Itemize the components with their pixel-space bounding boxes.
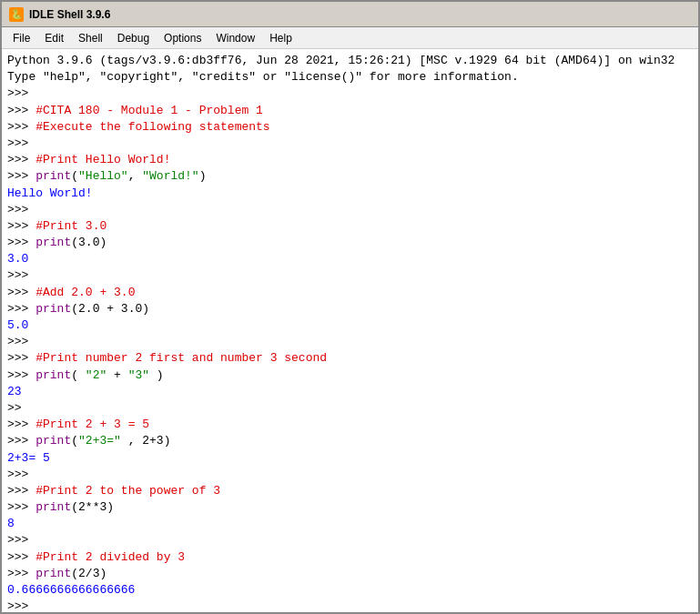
menu-debug[interactable]: Debug	[110, 30, 157, 46]
code-print-hello: >>> print("Hello", "World!")	[7, 168, 693, 185]
comment-print-num: >>> #Print number 2 first and number 3 s…	[7, 350, 693, 367]
prompt-4: >>>	[7, 267, 693, 284]
code-add: >>> print(2.0 + 3.0)	[7, 301, 693, 317]
code-print-sum: >>> print("2+3=" , 2+3)	[7, 433, 693, 449]
prompt-5: >>>	[7, 334, 693, 350]
output-30: 3.0	[7, 251, 693, 267]
comment-execute: >>> #Execute the following statements	[7, 119, 693, 136]
menu-window[interactable]: Window	[208, 30, 262, 46]
comment-add: >>> #Add 2.0 + 3.0	[7, 285, 693, 301]
menu-help[interactable]: Help	[262, 30, 299, 46]
prompt-1: >>>	[7, 86, 693, 102]
prompt-6: >>	[7, 400, 693, 417]
comment-cita: >>> #CITA 180 - Module 1 - Problem 1	[7, 103, 693, 119]
python-help-line: Type "help", "copyright", "credits" or "…	[7, 69, 693, 86]
code-print-num: >>> print( "2" + "3" )	[7, 367, 693, 384]
comment-print-30: >>> #Print 3.0	[7, 218, 693, 235]
menu-edit[interactable]: Edit	[37, 30, 71, 46]
comment-power: >>> #Print 2 to the power of 3	[7, 483, 693, 499]
menu-bar: File Edit Shell Debug Options Window Hel…	[2, 27, 698, 49]
output-power: 8	[7, 516, 693, 532]
code-power: >>> print(2**3)	[7, 499, 693, 516]
code-divide: >>> print(2/3)	[7, 566, 693, 582]
menu-shell[interactable]: Shell	[71, 30, 110, 46]
prompt-7: >>>	[7, 467, 693, 483]
comment-divide: >>> #Print 2 divided by 3	[7, 549, 693, 566]
code-print-30: >>> print(3.0)	[7, 235, 693, 251]
prompt-2: >>>	[7, 136, 693, 152]
menu-file[interactable]: File	[5, 30, 37, 46]
output-sum: 2+3= 5	[7, 450, 693, 467]
idle-window: 🐍 IDLE Shell 3.9.6 File Edit Shell Debug…	[0, 0, 700, 614]
prompt-3: >>>	[7, 202, 693, 218]
comment-print-sum: >>> #Print 2 + 3 = 5	[7, 417, 693, 433]
output-50: 5.0	[7, 317, 693, 334]
window-title: IDLE Shell 3.9.6	[29, 8, 110, 21]
output-divide: 0.6666666666666666	[7, 582, 693, 599]
comment-print-hello: >>> #Print Hello World!	[7, 152, 693, 168]
output-23: 23	[7, 384, 693, 400]
app-icon: 🐍	[9, 7, 24, 22]
menu-options[interactable]: Options	[157, 30, 208, 46]
title-bar: 🐍 IDLE Shell 3.9.6	[2, 2, 698, 27]
shell-output[interactable]: Python 3.9.6 (tags/v3.9.6:db3ff76, Jun 2…	[2, 49, 698, 612]
python-version-line: Python 3.9.6 (tags/v3.9.6:db3ff76, Jun 2…	[7, 53, 693, 69]
prompt-9: >>>	[7, 599, 693, 612]
output-hello: Hello World!	[7, 186, 693, 202]
prompt-8: >>>	[7, 532, 693, 549]
